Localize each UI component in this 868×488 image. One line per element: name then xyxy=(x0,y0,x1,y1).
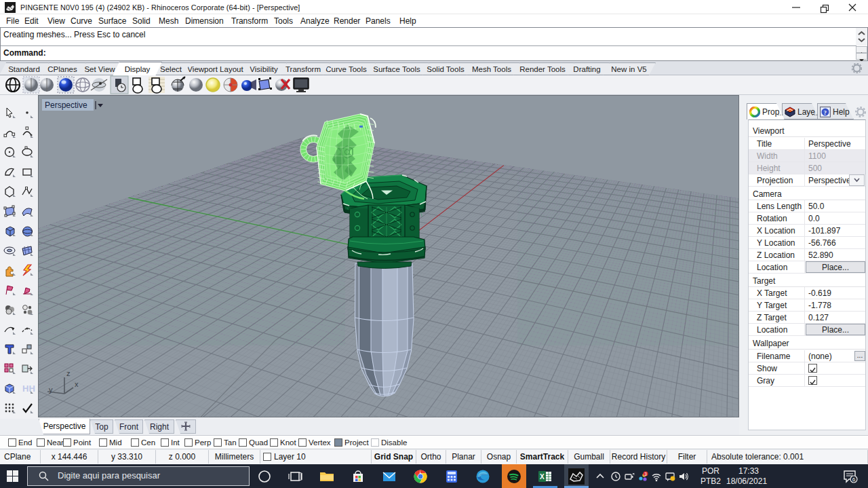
svg-text:X: X xyxy=(540,473,545,481)
svg-text:z: z xyxy=(66,369,71,377)
svg-text:6: 6 xyxy=(852,476,856,483)
svg-text:?: ? xyxy=(824,109,827,116)
svg-text:y: y xyxy=(49,386,53,394)
svg-text:3: 3 xyxy=(644,472,647,476)
svg-text:x: x xyxy=(75,380,79,388)
